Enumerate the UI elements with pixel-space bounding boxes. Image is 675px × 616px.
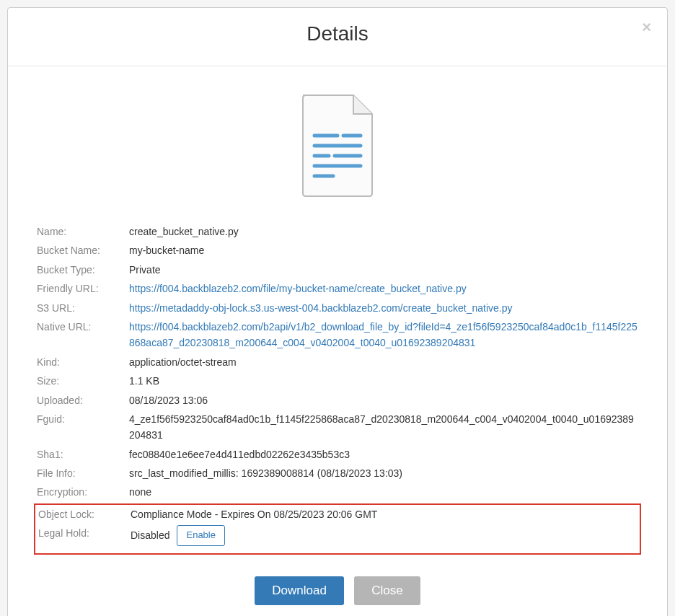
value-legal-hold: Disabled Enable: [131, 525, 637, 546]
value-fguid: 4_ze1f56f5923250caf84ad0c1b_f1145f225868…: [129, 411, 638, 444]
modal-header: Details ×: [8, 8, 667, 66]
value-file-info: src_last_modified_millis: 1692389008814 …: [129, 465, 638, 481]
value-name: create_bucket_native.py: [129, 224, 638, 239]
modal-footer: Download Close: [37, 555, 638, 616]
value-kind: application/octet-stream: [129, 354, 638, 370]
label-fguid: Fguid:: [37, 411, 129, 427]
label-friendly-url: Friendly URL:: [37, 281, 129, 296]
label-s3-url: S3 URL:: [37, 300, 129, 316]
link-native-url[interactable]: https://f004.backblazeb2.com/b2api/v1/b2…: [129, 321, 638, 348]
label-bucket-type: Bucket Type:: [37, 262, 129, 278]
value-native-url[interactable]: https://f004.backblazeb2.com/b2api/v1/b2…: [129, 319, 638, 351]
row-bucket-type: Bucket Type: Private: [37, 262, 638, 278]
value-sha1: fec08840e1e6ee7e4d411edbd02262e3435b53c3: [129, 446, 638, 462]
value-s3-url[interactable]: https://metadaddy-obj-lock.s3.us-west-00…: [129, 300, 638, 316]
value-bucket-name: my-bucket-name: [129, 242, 638, 258]
row-kind: Kind: application/octet-stream: [37, 354, 638, 370]
file-icon: [294, 92, 381, 199]
row-fguid: Fguid: 4_ze1f56f5923250caf84ad0c1b_f1145…: [37, 411, 638, 444]
link-friendly-url[interactable]: https://f004.backblazeb2.com/file/my-buc…: [129, 283, 467, 294]
value-size: 1.1 KB: [129, 373, 638, 389]
link-s3-url[interactable]: https://metadaddy-obj-lock.s3.us-west-00…: [129, 302, 513, 314]
label-sha1: Sha1:: [37, 446, 129, 462]
enable-button[interactable]: Enable: [177, 525, 224, 546]
label-encryption: Encryption:: [37, 484, 129, 500]
label-uploaded: Uploaded:: [37, 392, 129, 408]
close-icon[interactable]: ×: [642, 18, 651, 37]
close-button[interactable]: Close: [354, 576, 420, 605]
row-encryption: Encryption: none: [37, 484, 638, 500]
label-file-info: File Info:: [37, 465, 129, 481]
highlight-box: Object Lock: Compliance Mode - Expires O…: [34, 503, 641, 555]
row-name: Name: create_bucket_native.py: [37, 224, 638, 239]
row-s3-url: S3 URL: https://metadaddy-obj-lock.s3.us…: [37, 300, 638, 316]
details-table: Name: create_bucket_native.py Bucket Nam…: [37, 224, 638, 555]
row-size: Size: 1.1 KB: [37, 373, 638, 389]
modal-body: Name: create_bucket_native.py Bucket Nam…: [8, 66, 667, 616]
value-uploaded: 08/18/2023 13:06: [129, 392, 638, 408]
row-bucket-name: Bucket Name: my-bucket-name: [37, 242, 638, 258]
label-name: Name:: [37, 224, 129, 239]
label-native-url: Native URL:: [37, 319, 129, 335]
row-friendly-url: Friendly URL: https://f004.backblazeb2.c…: [37, 281, 638, 296]
row-sha1: Sha1: fec08840e1e6ee7e4d411edbd02262e343…: [37, 446, 638, 462]
value-encryption: none: [129, 484, 638, 500]
label-kind: Kind:: [37, 354, 129, 370]
row-file-info: File Info: src_last_modified_millis: 169…: [37, 465, 638, 481]
value-friendly-url[interactable]: https://f004.backblazeb2.com/file/my-buc…: [129, 281, 638, 296]
legal-hold-status: Disabled: [131, 527, 169, 543]
file-icon-wrap: [37, 66, 638, 224]
value-bucket-type: Private: [129, 262, 638, 278]
label-size: Size:: [37, 373, 129, 389]
modal-title: Details: [22, 22, 653, 45]
row-native-url: Native URL: https://f004.backblazeb2.com…: [37, 319, 638, 351]
download-button[interactable]: Download: [255, 576, 344, 605]
details-modal: Details × Name: create_bucket_native.py: [7, 7, 668, 616]
row-object-lock: Object Lock: Compliance Mode - Expires O…: [35, 506, 640, 522]
label-object-lock: Object Lock:: [38, 506, 131, 522]
value-object-lock: Compliance Mode - Expires On 08/25/2023 …: [131, 506, 637, 522]
row-legal-hold: Legal Hold: Disabled Enable: [35, 525, 640, 546]
label-legal-hold: Legal Hold:: [38, 525, 131, 541]
row-uploaded: Uploaded: 08/18/2023 13:06: [37, 392, 638, 408]
label-bucket-name: Bucket Name:: [37, 242, 129, 258]
